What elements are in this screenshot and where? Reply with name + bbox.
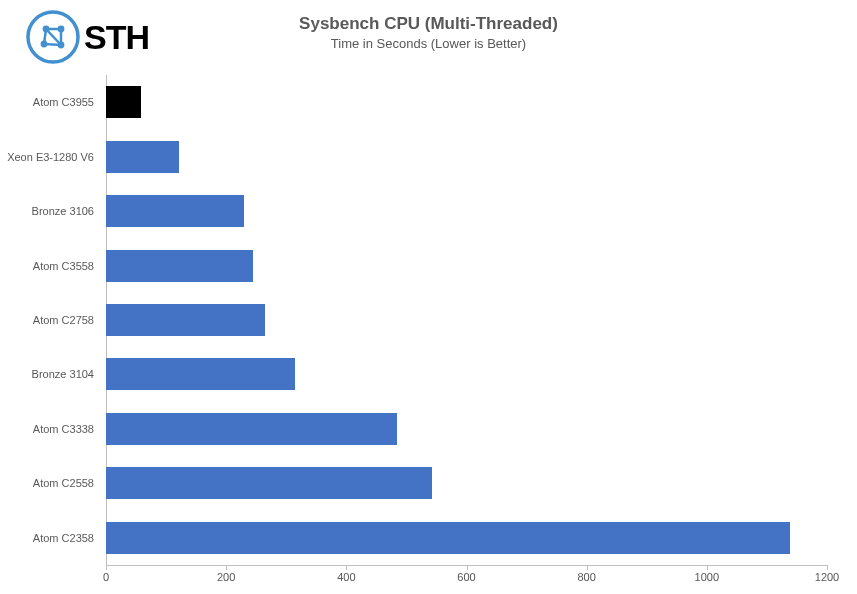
y-axis-labels: Atom C3955Xeon E3-1280 V6Bronze 3106Atom… [0, 75, 100, 565]
chart-title: Sysbench CPU (Multi-Threaded) [0, 14, 857, 34]
bar [106, 250, 253, 282]
y-axis-label: Atom C3558 [33, 260, 94, 272]
x-tick [346, 565, 347, 570]
bars-container [106, 75, 827, 565]
x-tick [827, 565, 828, 570]
y-axis-label: Atom C2758 [33, 314, 94, 326]
x-tick [467, 565, 468, 570]
x-tick [226, 565, 227, 570]
bar [106, 141, 179, 173]
x-tick [587, 565, 588, 570]
x-tick-label: 600 [457, 571, 475, 583]
bar [106, 358, 295, 390]
y-axis-label: Atom C2358 [33, 532, 94, 544]
y-axis-label: Atom C3955 [33, 96, 94, 108]
bar [106, 304, 265, 336]
x-tick-label: 400 [337, 571, 355, 583]
x-tick-label: 1000 [695, 571, 719, 583]
bar [106, 467, 432, 499]
x-tick-label: 1200 [815, 571, 839, 583]
y-axis-label: Bronze 3104 [32, 368, 94, 380]
x-tick-label: 0 [103, 571, 109, 583]
y-axis-label: Xeon E3-1280 V6 [7, 151, 94, 163]
x-tick-label: 800 [577, 571, 595, 583]
plot-area [106, 75, 827, 565]
x-tick [707, 565, 708, 570]
y-axis-label: Atom C3338 [33, 423, 94, 435]
x-tick-label: 200 [217, 571, 235, 583]
bar [106, 195, 244, 227]
chart-subtitle: Time in Seconds (Lower is Better) [0, 36, 857, 51]
x-tick [106, 565, 107, 570]
x-axis: 020040060080010001200 [106, 565, 827, 585]
y-axis-label: Bronze 3106 [32, 205, 94, 217]
y-axis-label: Atom C2558 [33, 477, 94, 489]
chart-title-block: Sysbench CPU (Multi-Threaded) Time in Se… [0, 14, 857, 51]
bar [106, 522, 790, 554]
bar [106, 86, 141, 118]
bar [106, 413, 397, 445]
